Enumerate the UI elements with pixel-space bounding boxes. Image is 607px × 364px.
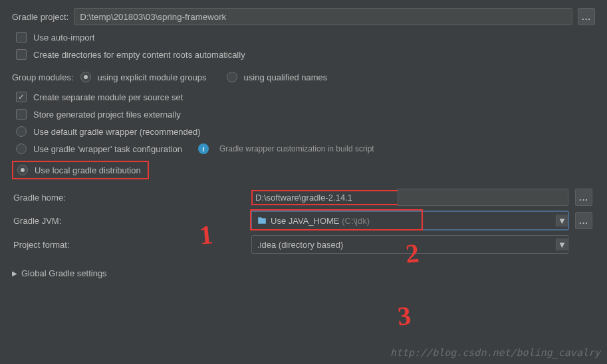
group-modules-label: Group modules: (12, 72, 74, 82)
gradle-jvm-label: Gradle JVM: (12, 216, 245, 226)
auto-import-checkbox[interactable] (16, 32, 27, 43)
browse-project-button[interactable]: ... (578, 8, 595, 25)
local-distribution-label: Use local gradle distribution (35, 165, 141, 175)
default-wrapper-radio[interactable] (16, 126, 27, 137)
default-wrapper-label: Use default gradle wrapper (recommended) (33, 127, 200, 137)
separate-module-label: Create separate module per source set (33, 92, 183, 102)
separate-module-checkbox[interactable] (16, 92, 27, 102)
wrapper-hint: Gradle wrapper customization in build sc… (219, 144, 374, 153)
project-format-value: .idea (directory based) (257, 240, 343, 250)
auto-import-label: Use auto-import (33, 33, 94, 43)
gradle-home-value-highlight: D:\software\gradle-2.14.1 (255, 193, 395, 203)
chevron-down-icon: ▼ (556, 215, 568, 227)
gradle-project-path-input[interactable] (74, 8, 572, 25)
project-format-select[interactable]: .idea (directory based) ▼ (251, 235, 568, 254)
browse-jvm-button[interactable]: ... (575, 212, 592, 229)
folder-icon (257, 216, 267, 225)
browse-gradle-home-button[interactable]: ... (575, 189, 592, 206)
group-explicit-radio[interactable] (80, 72, 91, 82)
gradle-home-input[interactable] (398, 189, 568, 206)
group-qualified-label: using qualified names (244, 72, 328, 82)
info-icon: i (198, 143, 209, 154)
gradle-jvm-select[interactable]: Use JAVA_HOME (C:\jdk) ▼ (251, 211, 568, 230)
triangle-right-icon: ▶ (12, 270, 17, 277)
wrapper-task-label: Use gradle 'wrapper' task configuration (33, 144, 182, 154)
global-gradle-settings-label: Global Gradle settings (21, 268, 107, 278)
gradle-project-label: Gradle project: (12, 12, 68, 22)
gradle-home-label: Gradle home: (12, 193, 245, 203)
chevron-down-icon: ▼ (556, 238, 568, 250)
group-explicit-label: using explicit module groups (98, 72, 207, 82)
wrapper-task-radio[interactable] (16, 143, 27, 154)
create-dirs-checkbox[interactable] (16, 49, 27, 60)
store-external-label: Store generated project files externally (33, 110, 181, 120)
global-gradle-settings-disclosure[interactable]: ▶ Global Gradle settings (12, 268, 595, 278)
local-distribution-radio[interactable] (17, 165, 28, 175)
gradle-jvm-value: Use JAVA_HOME (271, 216, 340, 226)
annotation-3: 3 (396, 300, 412, 332)
watermark: http://blog.csdn.net/boling_cavalry (390, 347, 600, 359)
project-format-label: Project format: (12, 240, 245, 250)
create-dirs-label: Create directories for empty content roo… (33, 50, 245, 60)
group-qualified-radio[interactable] (227, 72, 237, 82)
store-external-checkbox[interactable] (16, 109, 27, 120)
gradle-jvm-suffix: (C:\jdk) (342, 216, 370, 226)
